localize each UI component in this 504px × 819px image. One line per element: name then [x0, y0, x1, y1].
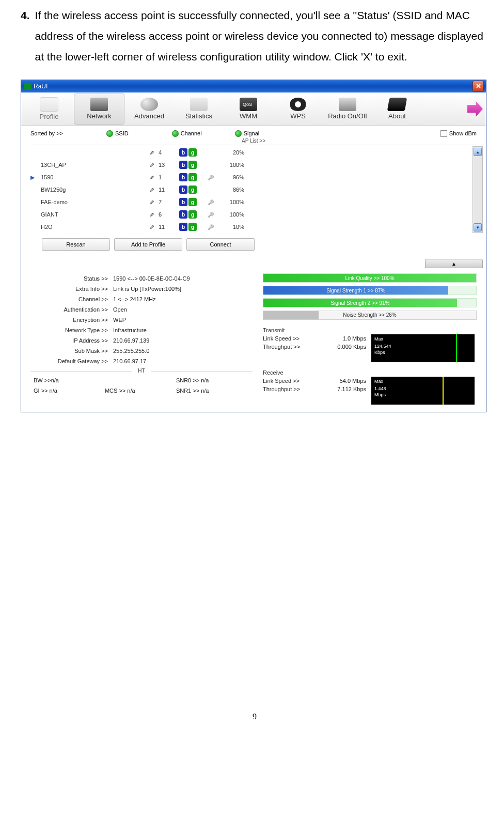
- g-mode-icon: g: [188, 198, 197, 206]
- next-arrow-icon[interactable]: [467, 101, 483, 117]
- show-dbm-checkbox[interactable]: [440, 130, 447, 137]
- ap-signal-bar: [249, 187, 470, 193]
- ap-ssid: GIANT: [38, 211, 149, 218]
- window-title: RaUI: [34, 83, 48, 90]
- tx-max-label: Max: [374, 336, 383, 342]
- step-number: 4.: [21, 5, 30, 67]
- g-mode-icon: g: [188, 186, 197, 194]
- encryption-key-icon: [203, 224, 218, 230]
- rescan-button[interactable]: Rescan: [42, 238, 110, 251]
- receive-section: Receive Link Speed >>54.0 Mbps Throughpu…: [263, 369, 477, 405]
- ap-row[interactable]: 4bg20%: [30, 146, 470, 159]
- tx-throughput-value: 0.000 Kbps: [337, 344, 366, 350]
- tab-wmm[interactable]: WMM: [224, 94, 273, 124]
- status-block: Status >>1590 <--> 00-0E-8E-0C-04-C9 Ext…: [30, 273, 253, 405]
- details-panel: Status >>1590 <--> 00-0E-8E-0C-04-C9 Ext…: [21, 270, 486, 412]
- ap-row[interactable]: ▶15901bg96%: [30, 171, 470, 183]
- collapse-toggle[interactable]: ▲: [425, 259, 483, 268]
- ntype-value: Infrastructure: [113, 327, 253, 333]
- ap-signal-bar: [249, 199, 470, 205]
- snr1-value: n/a: [201, 388, 209, 394]
- action-bar: Rescan Add to Profile Connect: [21, 236, 486, 256]
- encryption-key-icon: [203, 174, 218, 180]
- ap-list-label: AP List >>: [30, 138, 477, 145]
- auth-label: Authentication >>: [30, 306, 113, 313]
- tab-advanced[interactable]: Advanced: [124, 94, 174, 124]
- link-quality-bar: Link Quality >> 100%: [263, 274, 476, 282]
- tab-radio[interactable]: Radio On/Off: [323, 94, 372, 124]
- rx-graph: Max 1.448 Mbps: [371, 377, 475, 405]
- gw-value: 210.66.97.17: [113, 358, 253, 364]
- ap-signal-pct: 100%: [218, 211, 249, 218]
- ap-ssid: FAE-demo: [38, 199, 149, 205]
- ssid-radio-icon[interactable]: [106, 130, 113, 137]
- ap-row[interactable]: H2O11bg10%: [30, 221, 470, 233]
- transmit-section: Transmit Link Speed >>1.0 Mbps Throughpu…: [263, 327, 477, 362]
- sort-bar: Sorted by >> SSID Channel Signal Show dB…: [21, 126, 486, 138]
- tab-wps[interactable]: WPS: [273, 94, 323, 124]
- scroll-up-icon[interactable]: ▴: [474, 148, 482, 156]
- ap-channel: 1: [159, 174, 179, 180]
- tx-throughput-label: Throughput >>: [263, 344, 300, 350]
- signal1-bar: Signal Strength 1 >> 87%: [263, 286, 448, 295]
- channel-icon: [149, 199, 159, 206]
- snr0-label: SNR0 >>: [176, 377, 199, 383]
- show-dbm-label: Show dBm: [449, 130, 477, 136]
- receive-title: Receive: [263, 369, 477, 376]
- sort-channel-label: Channel: [181, 130, 202, 136]
- ap-row[interactable]: GIANT6bg100%: [30, 208, 470, 221]
- ap-ssid: 1590: [38, 174, 149, 180]
- gi-value: n/a: [50, 388, 57, 394]
- channel-value: 1 <--> 2412 MHz: [113, 296, 253, 302]
- ap-signal-bar: [249, 224, 470, 230]
- g-mode-icon: g: [188, 161, 197, 169]
- tab-wps-label: WPS: [290, 112, 306, 120]
- step-text: If the wireless access point is successf…: [35, 5, 489, 67]
- ip-value: 210.66.97.139: [113, 337, 253, 344]
- b-mode-icon: b: [179, 223, 187, 231]
- tx-sparkline-icon: [456, 334, 457, 362]
- connect-button[interactable]: Connect: [186, 238, 255, 251]
- ht-section: HT BW >>n/a SNR0 >> n/a GI >> n/a MCS >>…: [30, 372, 253, 397]
- ap-row[interactable]: FAE-demo7bg100%: [30, 196, 470, 208]
- b-mode-icon: b: [179, 148, 187, 157]
- tab-about[interactable]: About: [372, 94, 422, 124]
- gw-label: Default Gateway >>: [30, 358, 113, 364]
- tab-radio-label: Radio On/Off: [328, 112, 367, 120]
- ap-row[interactable]: 13CH_AP13bg100%: [30, 159, 470, 171]
- rx-linkspeed-label: Link Speed >>: [263, 378, 300, 384]
- profile-icon: [40, 97, 58, 112]
- status-label: Status >>: [30, 275, 113, 282]
- close-button[interactable]: ✕: [472, 81, 484, 92]
- ap-signal-pct: 96%: [218, 174, 249, 180]
- ap-row[interactable]: BW1250g11bg86%: [30, 183, 470, 196]
- rx-max-value: 1.448: [374, 386, 386, 391]
- encryption-key-icon: [203, 199, 218, 205]
- g-mode-icon: g: [188, 210, 197, 219]
- ap-signal-bar: [249, 149, 470, 156]
- channel-radio-icon[interactable]: [172, 130, 179, 137]
- bw-label: BW >>: [34, 377, 51, 383]
- ap-scrollbar[interactable]: ▴ ▾: [472, 146, 483, 233]
- tab-network[interactable]: Network: [74, 94, 124, 125]
- status-value: 1590 <--> 00-0E-8E-0C-04-C9: [113, 275, 253, 282]
- scroll-down-icon[interactable]: ▾: [474, 223, 482, 231]
- ap-ssid: 13CH_AP: [38, 162, 149, 168]
- mcs-value: n/a: [127, 388, 135, 394]
- tab-statistics[interactable]: Statistics: [174, 94, 224, 124]
- tx-graph: Max 124.544 Kbps: [371, 334, 475, 362]
- signal-radio-icon[interactable]: [235, 130, 242, 137]
- tab-profile[interactable]: Profile: [24, 94, 74, 124]
- enc-value: WEP: [113, 317, 253, 323]
- sort-ssid-label: SSID: [115, 130, 129, 136]
- page-number: 9: [21, 712, 489, 721]
- qos-icon: [240, 98, 257, 111]
- ap-signal-pct: 100%: [218, 162, 249, 168]
- add-to-profile-button[interactable]: Add to Profile: [114, 238, 182, 251]
- meters-block: Link Quality >> 100% Signal Strength 1 >…: [263, 273, 477, 405]
- ntype-label: Network Type >>: [30, 327, 113, 333]
- channel-icon: [149, 174, 159, 181]
- tx-linkspeed-label: Link Speed >>: [263, 335, 300, 342]
- main-tabs: Profile Network Advanced Statistics WMM …: [21, 92, 486, 126]
- instruction-step: 4. If the wireless access point is succe…: [21, 5, 489, 67]
